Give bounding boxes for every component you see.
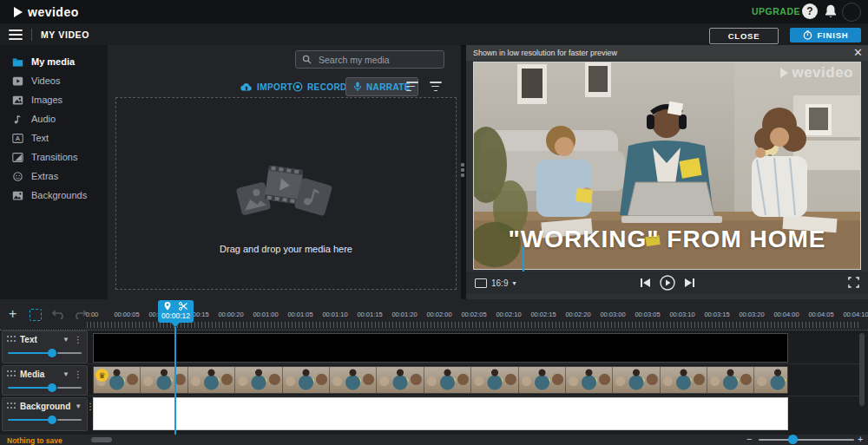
chevron-down-icon[interactable]: ▼ <box>75 402 82 410</box>
sidebar-item-text[interactable]: AText <box>0 128 108 147</box>
filmstrip-thumbnail <box>566 367 613 393</box>
chevron-down-icon[interactable]: ▼ <box>62 370 69 378</box>
sidebar-item-label: Extras <box>31 171 58 181</box>
preview-playhead-tick <box>523 247 524 272</box>
ruler-label: 00:02:00 <box>426 311 451 318</box>
transitions-icon <box>11 151 23 163</box>
aspect-ratio-selector[interactable]: 16:9 ▾ <box>475 278 516 288</box>
notifications-bell-icon[interactable] <box>823 3 838 19</box>
track-grip-icon[interactable] <box>7 336 16 344</box>
sidebar-item-audio[interactable]: Audio <box>0 109 108 128</box>
volume-knob[interactable] <box>48 383 56 392</box>
zoom-in-icon[interactable]: + <box>858 434 863 444</box>
sidebar-item-extras[interactable]: Extras <box>0 167 108 186</box>
aspect-ratio-icon <box>475 278 487 288</box>
finish-button[interactable]: FINISH <box>790 28 861 43</box>
background-clip[interactable] <box>93 397 788 430</box>
record-button[interactable]: RECORD <box>293 79 347 95</box>
ruler-label: 00:04:05 <box>808 311 833 318</box>
panel-resize-handle[interactable] <box>459 159 465 181</box>
sort-icon[interactable] <box>406 82 419 91</box>
sidebar-item-images[interactable]: Images <box>0 90 108 109</box>
ruler-label: 00:01:05 <box>287 311 312 318</box>
marker-pin-icon[interactable] <box>164 302 171 311</box>
ruler-label: 00:02:15 <box>530 311 556 318</box>
search-box <box>295 50 444 69</box>
ruler-label: 00:01:20 <box>391 311 417 318</box>
playhead-handle[interactable]: 00:00:12 <box>158 300 194 323</box>
import-cloud-icon <box>240 82 253 92</box>
track-options-kebab-icon[interactable]: ⋮ <box>74 335 82 344</box>
search-input[interactable] <box>317 54 437 66</box>
add-track-button[interactable]: + <box>9 308 16 320</box>
volume-knob[interactable] <box>48 349 56 357</box>
ruler-label: 00:04:10 <box>843 311 868 318</box>
wevideo-watermark: wevideo <box>780 64 853 82</box>
filmstrip-thumbnail <box>424 367 471 393</box>
undo-icon[interactable] <box>52 308 66 319</box>
sidebar-item-label: Text <box>31 133 49 143</box>
fullscreen-icon[interactable] <box>848 277 859 288</box>
track-volume-slider[interactable] <box>8 416 82 424</box>
media-dropzone[interactable]: Drag and drop your media here <box>115 97 457 290</box>
sidebar-item-transitions[interactable]: Transitions <box>0 147 108 167</box>
filter-icon[interactable] <box>429 82 442 91</box>
divider <box>31 29 32 41</box>
narrate-mic-icon <box>353 82 362 92</box>
track-grip-icon[interactable] <box>7 402 16 411</box>
low-resolution-notice: Shown in low resolution for faster previ… <box>466 45 868 61</box>
track-options-kebab-icon[interactable]: ⋮ <box>74 370 82 379</box>
sidebar-item-backgrounds[interactable]: Backgrounds <box>0 186 108 205</box>
scissors-icon[interactable] <box>179 302 187 311</box>
play-button[interactable] <box>660 275 675 291</box>
ruler-label: 00:00:05 <box>114 311 139 318</box>
zoom-out-icon[interactable]: − <box>746 434 752 444</box>
transport-controls <box>640 275 695 291</box>
zoom-slider-knob[interactable] <box>788 435 798 444</box>
import-button[interactable]: IMPORT <box>240 79 293 95</box>
notice-close-icon[interactable]: ✕ <box>853 46 863 59</box>
filmstrip-thumbnail <box>235 367 282 393</box>
premium-crown-badge: ♛ <box>95 369 108 382</box>
play-logo-icon <box>14 7 23 17</box>
previous-frame-button[interactable] <box>640 278 651 288</box>
ruler-label: 00:01:15 <box>357 311 382 318</box>
playhead-line[interactable] <box>174 327 176 435</box>
video-icon <box>11 75 23 87</box>
hamburger-menu-icon[interactable] <box>9 29 23 40</box>
title-overlay-text: "WORKING" FROM HOME <box>474 226 860 253</box>
horizontal-scrollbar[interactable] <box>91 437 112 442</box>
vertical-scrollbar[interactable] <box>859 333 865 406</box>
track-volume-slider[interactable] <box>8 349 82 357</box>
audio-icon <box>11 113 23 125</box>
aspect-ratio-value: 16:9 <box>491 278 508 288</box>
media-clip-filmstrip[interactable] <box>93 366 788 394</box>
text-clip[interactable] <box>93 333 788 363</box>
sidebar-item-my-media[interactable]: My media <box>0 52 108 71</box>
zoom-slider-track[interactable] <box>759 439 854 441</box>
sidebar-item-label: Videos <box>31 75 60 86</box>
filmstrip-thumbnail <box>471 367 518 393</box>
dropzone-text: Drag and drop your media here <box>116 244 456 254</box>
track-grip-icon[interactable] <box>7 370 16 379</box>
select-tool-button[interactable] <box>30 309 42 321</box>
track-volume-slider[interactable] <box>8 383 82 392</box>
next-frame-button[interactable] <box>684 278 695 288</box>
ruler-ticks <box>87 322 861 328</box>
save-status: Nothing to save <box>7 436 62 445</box>
avatar[interactable] <box>842 3 861 22</box>
help-icon[interactable]: ? <box>802 3 818 19</box>
filmstrip-thumbnail <box>283 367 330 393</box>
wevideo-logo[interactable]: wevideo <box>14 5 79 19</box>
ruler-label: 00:03:00 <box>600 311 625 318</box>
track-name: Media <box>20 370 58 379</box>
video-preview[interactable]: wevideo "WORKING" FROM HOME <box>474 62 860 269</box>
close-button[interactable]: CLOSE <box>709 28 779 44</box>
record-icon <box>293 82 303 92</box>
redo-icon[interactable] <box>73 308 87 319</box>
track-name: Text <box>20 335 58 344</box>
upgrade-link[interactable]: UPGRADE <box>752 6 800 16</box>
volume-knob[interactable] <box>48 416 56 424</box>
sidebar-item-videos[interactable]: Videos <box>0 71 108 90</box>
chevron-down-icon[interactable]: ▼ <box>62 336 69 344</box>
